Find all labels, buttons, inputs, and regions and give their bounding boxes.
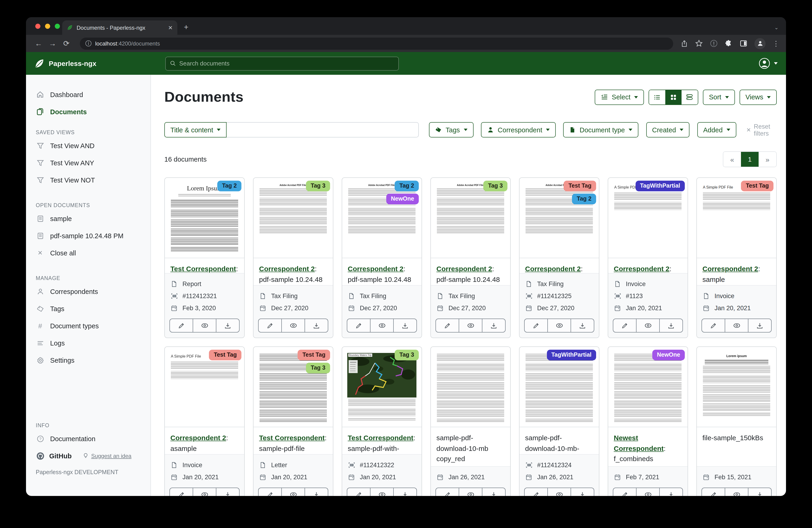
document-type-filter-button[interactable]: Document type	[563, 122, 638, 138]
sidebar-item-document-types[interactable]: # Document types	[26, 317, 150, 334]
document-thumbnail[interactable]: Adobe Acrobat PDF Files	[342, 178, 422, 258]
document-thumbnail[interactable]: Adobe Acrobat PDF Files	[520, 178, 599, 258]
download-button[interactable]	[570, 319, 594, 332]
edit-button[interactable]	[525, 319, 547, 332]
edit-button[interactable]	[702, 319, 725, 332]
bookmark-star-icon[interactable]	[695, 40, 703, 47]
close-window-button[interactable]	[35, 24, 40, 29]
browser-profile-avatar[interactable]	[754, 38, 766, 49]
sidebar-item-saved-view-and[interactable]: Test View AND	[26, 137, 150, 154]
tag-badge[interactable]: Test Tag	[209, 350, 242, 360]
download-button[interactable]	[216, 488, 239, 496]
sort-button[interactable]: Sort	[703, 89, 735, 105]
asn-row[interactable]: #1123	[614, 290, 682, 302]
created-date-row[interactable]: Feb 3, 2020	[170, 302, 238, 314]
tag-badge[interactable]: Test Tag	[564, 181, 596, 191]
sidebar-item-documents[interactable]: Documents	[26, 103, 150, 120]
edit-button[interactable]	[170, 488, 193, 496]
document-type-row[interactable]: Tax Filing	[525, 278, 593, 290]
download-button[interactable]	[482, 488, 505, 496]
created-date-row[interactable]: Dec 27, 2020	[348, 302, 416, 314]
preview-button[interactable]	[636, 319, 659, 332]
pagination-page-1[interactable]: 1	[741, 152, 759, 167]
edit-button[interactable]	[436, 319, 459, 332]
sidebar-item-saved-view-any[interactable]: Test View ANY	[26, 154, 150, 171]
edit-button[interactable]	[525, 488, 547, 496]
search-input[interactable]	[179, 60, 394, 67]
document-thumbnail[interactable]: TagWithPartial	[520, 347, 599, 427]
tag-badge[interactable]: NewOne	[386, 194, 419, 204]
edit-button[interactable]	[347, 488, 370, 496]
reload-icon[interactable]: ⟳	[60, 39, 72, 48]
tab-close-icon[interactable]: ✕	[168, 24, 173, 31]
document-thumbnail[interactable]: Lorem Ipsum	[165, 178, 244, 258]
filter-text-input[interactable]	[227, 122, 419, 138]
created-date-row[interactable]: Dec 27, 2020	[259, 302, 327, 314]
tag-badge[interactable]: Test Tag	[298, 350, 330, 360]
edit-button[interactable]	[436, 488, 459, 496]
sidebar-item-settings[interactable]: Settings	[26, 352, 150, 369]
document-thumbnail[interactable]	[431, 347, 510, 427]
tab-search-chevron-icon[interactable]: ⌄	[774, 25, 779, 31]
preview-button[interactable]	[370, 488, 393, 496]
correspondent-filter-button[interactable]: Correspondent	[481, 122, 556, 138]
correspondent-link[interactable]: Correspondent 2	[170, 434, 226, 442]
edit-button[interactable]	[702, 488, 725, 496]
created-date-row[interactable]: Dec 27, 2020	[436, 302, 505, 314]
suggest-an-idea-link[interactable]: Suggest an idea	[91, 453, 132, 459]
created-date-row[interactable]: Jan 20, 2021	[614, 302, 682, 314]
edit-button[interactable]	[347, 319, 370, 332]
created-date-row[interactable]: Dec 27, 2020	[525, 302, 593, 314]
side-panel-icon[interactable]	[740, 40, 748, 47]
zoom-window-button[interactable]	[55, 24, 60, 29]
sidebar-item-saved-view-not[interactable]: Test View NOT	[26, 171, 150, 188]
correspondent-link[interactable]: Correspondent 2	[348, 265, 404, 273]
preview-button[interactable]	[547, 319, 570, 332]
created-date-row[interactable]: Jan 20, 2021	[348, 471, 416, 483]
sidebar-item-dashboard[interactable]: Dashboard	[26, 86, 150, 103]
document-thumbnail[interactable]: Lorem ipsum	[697, 347, 776, 427]
document-type-row[interactable]: Tax Filing	[348, 290, 416, 302]
correspondent-link[interactable]: Correspondent 2	[702, 265, 758, 273]
download-button[interactable]	[748, 319, 771, 332]
created-date-row[interactable]: Jan 26, 2021	[525, 471, 593, 483]
document-type-row[interactable]: Tax Filing	[436, 290, 505, 302]
filter-field-button[interactable]: Title & content	[164, 122, 227, 138]
correspondent-link[interactable]: Correspondent 2	[614, 265, 669, 273]
sidebar-item-close-all[interactable]: ✕ Close all	[26, 244, 150, 261]
sidebar-item-open-doc-pdf-sample[interactable]: pdf-sample 10.24.48 PM	[26, 227, 150, 244]
download-button[interactable]	[659, 319, 682, 332]
preview-button[interactable]	[193, 319, 216, 332]
preview-button[interactable]	[725, 488, 748, 496]
asn-row[interactable]: #112412322	[348, 459, 416, 471]
document-thumbnail[interactable]: A Simple PDF File	[697, 178, 776, 258]
preview-button[interactable]	[725, 319, 748, 332]
correspondent-link[interactable]: Correspondent 2	[259, 265, 315, 273]
edit-button[interactable]	[259, 488, 281, 496]
asn-row[interactable]: #112412325	[525, 290, 593, 302]
edit-button[interactable]	[170, 319, 193, 332]
preview-button[interactable]	[281, 488, 305, 496]
document-type-row[interactable]: Invoice	[702, 290, 771, 302]
sidebar-item-github[interactable]: GitHub Suggest an idea	[26, 447, 150, 465]
share-icon[interactable]	[681, 40, 688, 47]
view-mode-grid-button[interactable]	[665, 90, 682, 104]
document-thumbnail[interactable]: Adobe Acrobat PDF Files	[431, 178, 510, 258]
asn-row[interactable]: #112412321	[170, 290, 238, 302]
browser-menu-kebab-icon[interactable]: ⋮	[772, 39, 780, 47]
created-date-row[interactable]: Jan 20, 2021	[259, 471, 327, 483]
tag-badge[interactable]: Tag 3	[306, 363, 330, 373]
tag-badge[interactable]: Tag 3	[306, 181, 330, 191]
edit-button[interactable]	[259, 319, 281, 332]
view-mode-detail-button[interactable]	[682, 90, 698, 104]
created-date-row[interactable]: Jan 20, 2021	[702, 302, 771, 314]
tag-badge[interactable]: TagWithPartial	[635, 181, 685, 191]
document-thumbnail[interactable]: Boundary Waters Trip	[342, 347, 422, 427]
created-date-row[interactable]: Jan 26, 2021	[436, 471, 505, 483]
document-type-row[interactable]: Invoice	[614, 278, 682, 290]
extensions-puzzle-icon[interactable]	[725, 40, 733, 47]
pagination-prev-button[interactable]: «	[723, 152, 741, 167]
app-brand[interactable]: Paperless-ngx	[34, 58, 165, 69]
document-thumbnail[interactable]: Test TagTag 3	[253, 347, 333, 427]
preview-button[interactable]	[547, 488, 570, 496]
